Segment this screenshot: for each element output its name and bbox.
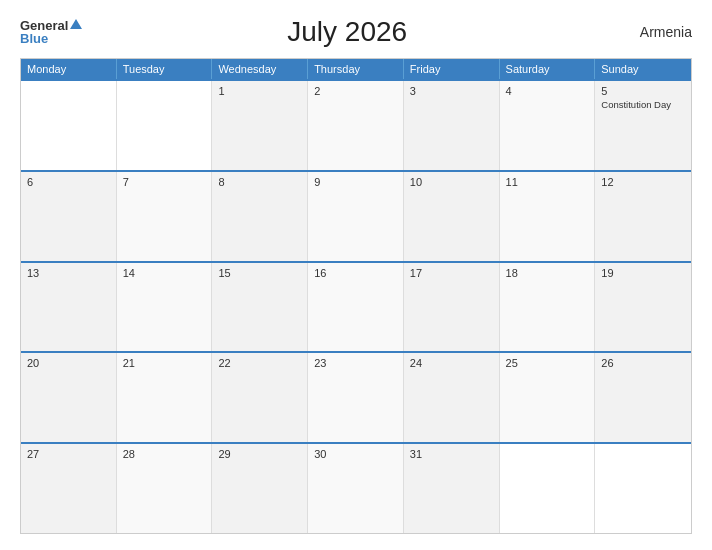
day-number: 12: [601, 176, 685, 188]
calendar-cell: 9: [308, 172, 404, 261]
calendar-cell: 5Constitution Day: [595, 81, 691, 170]
calendar-event: Constitution Day: [601, 99, 685, 110]
calendar-cell: 17: [404, 263, 500, 352]
day-number: 1: [218, 85, 301, 97]
day-number: 14: [123, 267, 206, 279]
page-title: July 2026: [82, 16, 612, 48]
day-number: 9: [314, 176, 397, 188]
weekday-header-wednesday: Wednesday: [212, 59, 308, 79]
day-number: 19: [601, 267, 685, 279]
calendar-cell: 8: [212, 172, 308, 261]
calendar-cell: 10: [404, 172, 500, 261]
day-number: 7: [123, 176, 206, 188]
day-number: 22: [218, 357, 301, 369]
logo-blue-text: Blue: [20, 32, 48, 45]
calendar-cell: 23: [308, 353, 404, 442]
day-number: 10: [410, 176, 493, 188]
day-number: 8: [218, 176, 301, 188]
weekday-header-monday: Monday: [21, 59, 117, 79]
calendar-cell: 16: [308, 263, 404, 352]
calendar-cell: 20: [21, 353, 117, 442]
day-number: 28: [123, 448, 206, 460]
day-number: 25: [506, 357, 589, 369]
weekday-header-sunday: Sunday: [595, 59, 691, 79]
calendar-cell: 26: [595, 353, 691, 442]
calendar-cell: 4: [500, 81, 596, 170]
calendar-cell: 15: [212, 263, 308, 352]
calendar-cell: 11: [500, 172, 596, 261]
calendar-cell: [21, 81, 117, 170]
calendar-cell: 31: [404, 444, 500, 533]
logo-triangle-icon: [70, 19, 82, 29]
day-number: 13: [27, 267, 110, 279]
calendar-cell: 13: [21, 263, 117, 352]
day-number: 6: [27, 176, 110, 188]
calendar-cell: 27: [21, 444, 117, 533]
day-number: 26: [601, 357, 685, 369]
calendar-row-0: 12345Constitution Day: [21, 79, 691, 170]
day-number: 16: [314, 267, 397, 279]
header: General Blue July 2026 Armenia: [20, 16, 692, 48]
calendar-cell: 14: [117, 263, 213, 352]
calendar-cell: 18: [500, 263, 596, 352]
weekday-header-saturday: Saturday: [500, 59, 596, 79]
calendar-cell: [117, 81, 213, 170]
day-number: 23: [314, 357, 397, 369]
calendar-row-4: 2728293031: [21, 442, 691, 533]
day-number: 27: [27, 448, 110, 460]
day-number: 30: [314, 448, 397, 460]
calendar-cell: 24: [404, 353, 500, 442]
calendar-cell: 6: [21, 172, 117, 261]
day-number: 5: [601, 85, 685, 97]
day-number: 3: [410, 85, 493, 97]
logo: General Blue: [20, 19, 82, 45]
day-number: 31: [410, 448, 493, 460]
day-number: 11: [506, 176, 589, 188]
calendar-cell: 21: [117, 353, 213, 442]
calendar-cell: [595, 444, 691, 533]
calendar-cell: [500, 444, 596, 533]
calendar-cell: 3: [404, 81, 500, 170]
calendar-cell: 12: [595, 172, 691, 261]
day-number: 21: [123, 357, 206, 369]
calendar-body: 12345Constitution Day6789101112131415161…: [21, 79, 691, 533]
calendar-header: MondayTuesdayWednesdayThursdayFridaySatu…: [21, 59, 691, 79]
calendar-cell: 30: [308, 444, 404, 533]
calendar-cell: 25: [500, 353, 596, 442]
weekday-header-thursday: Thursday: [308, 59, 404, 79]
calendar-cell: 29: [212, 444, 308, 533]
calendar-row-3: 20212223242526: [21, 351, 691, 442]
day-number: 29: [218, 448, 301, 460]
calendar: MondayTuesdayWednesdayThursdayFridaySatu…: [20, 58, 692, 534]
day-number: 4: [506, 85, 589, 97]
calendar-cell: 28: [117, 444, 213, 533]
day-number: 18: [506, 267, 589, 279]
calendar-cell: 2: [308, 81, 404, 170]
weekday-header-friday: Friday: [404, 59, 500, 79]
day-number: 2: [314, 85, 397, 97]
day-number: 24: [410, 357, 493, 369]
calendar-cell: 22: [212, 353, 308, 442]
calendar-cell: 1: [212, 81, 308, 170]
weekday-header-tuesday: Tuesday: [117, 59, 213, 79]
day-number: 15: [218, 267, 301, 279]
calendar-row-2: 13141516171819: [21, 261, 691, 352]
page: General Blue July 2026 Armenia MondayTue…: [0, 0, 712, 550]
country-label: Armenia: [612, 24, 692, 40]
day-number: 20: [27, 357, 110, 369]
calendar-cell: 19: [595, 263, 691, 352]
day-number: 17: [410, 267, 493, 279]
calendar-cell: 7: [117, 172, 213, 261]
calendar-row-1: 6789101112: [21, 170, 691, 261]
